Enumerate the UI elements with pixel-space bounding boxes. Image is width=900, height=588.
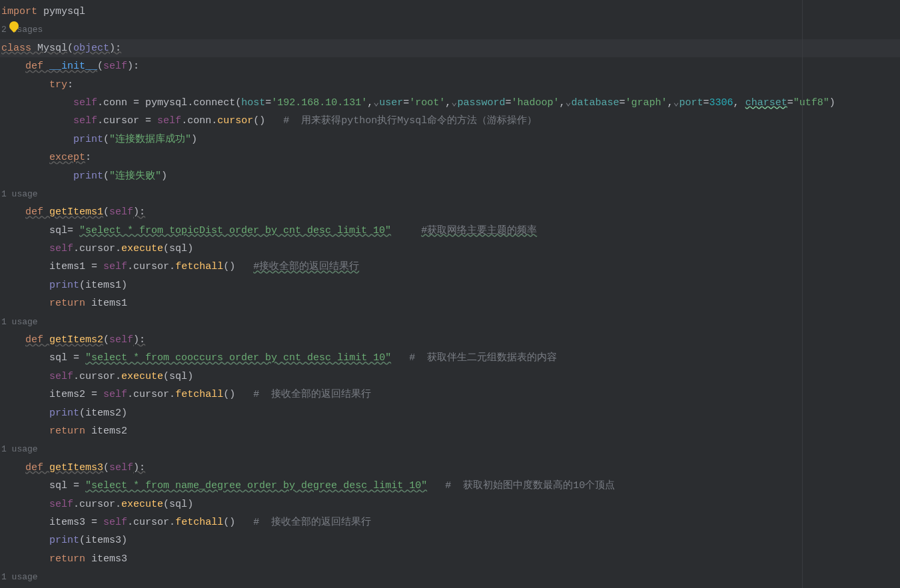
code-line[interactable]: self.conn = pymysql.connect(host='192.16…	[0, 94, 900, 112]
code-line[interactable]: self.cursor.execute(sql)	[0, 495, 900, 513]
code-line[interactable]: print("连接数据库成功")	[0, 131, 900, 148]
param-self: self	[103, 61, 127, 72]
code-line[interactable]: class Mysql(object):	[0, 39, 900, 57]
class-name: Mysql	[37, 43, 67, 54]
code-line[interactable]: def getItems1(self):	[0, 203, 900, 221]
comment: # 接收全部的返回结果行	[253, 389, 371, 400]
self-ref: self	[73, 97, 97, 109]
code-line[interactable]: def __init__(self):	[0, 57, 900, 75]
method-name: getItems2	[49, 334, 103, 346]
keyword-def: def	[25, 61, 43, 72]
code-line[interactable]: items2 = self.cursor.fetchall() # 接收全部的返…	[0, 386, 900, 404]
code-line[interactable]: print(items3)	[0, 531, 900, 549]
code-line[interactable]: items3 = self.cursor.fetchall() # 接收全部的返…	[0, 513, 900, 531]
code-line[interactable]: self.cursor = self.conn.cursor() # 用来获得p…	[0, 112, 900, 130]
keyword-import: import	[1, 6, 37, 17]
usage-hint[interactable]: 1 usage	[0, 440, 900, 458]
comment: # 用来获得python执行Mysql命令的方法（游标操作）	[283, 115, 537, 127]
code-line[interactable]: print(items1)	[0, 276, 900, 294]
method-name: getItems3	[49, 462, 103, 473]
code-line[interactable]: except:	[0, 148, 900, 166]
comment: # 获取伴生二元组数据表的内容	[409, 352, 557, 364]
method-name: getItems1	[49, 206, 103, 218]
keyword-except: except	[49, 152, 85, 163]
code-line[interactable]: def getItems3(self):	[0, 459, 900, 477]
code-line[interactable]: print("连接失败")	[0, 167, 900, 185]
comment: # 接收全部的返回结果行	[253, 517, 371, 528]
code-line[interactable]: self.cursor.execute(sql)	[0, 240, 900, 258]
code-line[interactable]: return items3	[0, 550, 900, 568]
keyword-try: try	[49, 79, 67, 91]
usage-hint[interactable]: 2 usages	[0, 21, 900, 39]
code-line[interactable]: sql= "select * from topicDist order by c…	[0, 222, 900, 240]
usage-hint[interactable]: 1 usage	[0, 568, 900, 586]
keyword-class: class	[1, 43, 31, 54]
code-line[interactable]: try:	[0, 76, 900, 94]
comment: #接收全部的返回结果行	[253, 261, 359, 272]
code-line[interactable]: print(items2)	[0, 404, 900, 422]
code-line[interactable]: return items2	[0, 422, 900, 440]
code-line[interactable]: def getItems2(self):	[0, 331, 900, 349]
code-line[interactable]: sql = "select * from name_degree order b…	[0, 477, 900, 495]
comment: # 获取初始图中度数最高的10个顶点	[445, 480, 615, 491]
code-line[interactable]: self.cursor.execute(sql)	[0, 368, 900, 386]
usage-hint[interactable]: 1 usage	[0, 313, 900, 331]
ruler-line	[802, 0, 803, 588]
comment: #获取网络主要主题的频率	[421, 225, 537, 236]
builtin-object: object	[73, 43, 109, 54]
code-line[interactable]: sql = "select * from cooccurs order by c…	[0, 349, 900, 367]
code-editor[interactable]: import pymysql 2 usages class Mysql(obje…	[0, 0, 900, 588]
method-name: __init__	[49, 61, 97, 72]
code-line[interactable]: items1 = self.cursor.fetchall() #接收全部的返回…	[0, 258, 900, 276]
usage-hint[interactable]: 1 usage	[0, 185, 900, 203]
code-line[interactable]: return items1	[0, 294, 900, 312]
module-name: pymysql	[43, 6, 85, 17]
code-line[interactable]: import pymysql	[0, 3, 900, 21]
